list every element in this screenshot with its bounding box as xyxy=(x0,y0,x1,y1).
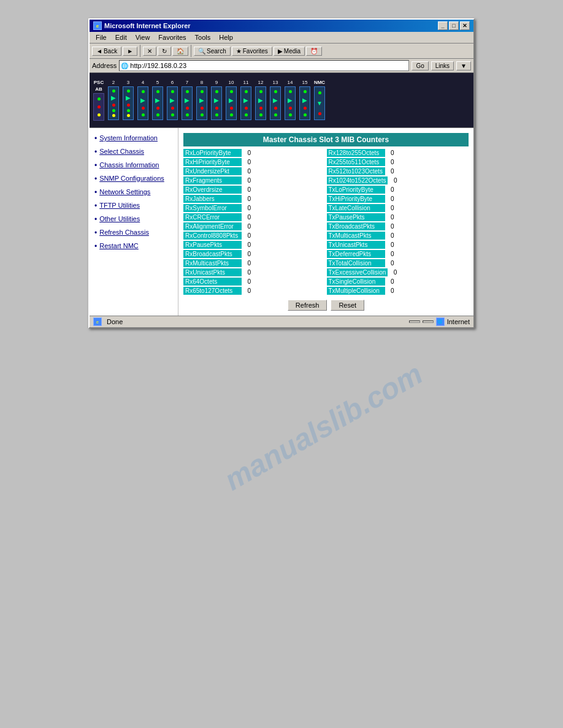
menu-tools[interactable]: Tools xyxy=(191,33,215,42)
reset-mib-button[interactable]: Reset xyxy=(331,300,364,311)
history-button[interactable]: ⏰ xyxy=(306,47,322,56)
slot-card-3[interactable]: ▶ xyxy=(123,86,134,120)
slot-card-5[interactable]: ▶ xyxy=(152,86,163,120)
nmc-label: NMC xyxy=(314,80,325,85)
counter-name: TxLoPriorityByte xyxy=(327,186,385,194)
slot-13[interactable]: 13 ▶ xyxy=(269,80,282,121)
slot-num-5: 5 xyxy=(156,80,159,85)
slot-card-11[interactable]: ▶ xyxy=(240,86,251,120)
go-button[interactable]: Go xyxy=(412,61,428,70)
slot-15[interactable]: 15 ▶ xyxy=(298,80,312,121)
nav-link-select-chassis[interactable]: Select Chassis xyxy=(99,148,144,155)
led-red-15 xyxy=(304,107,307,110)
search-button[interactable]: 🔍 Search xyxy=(194,47,231,56)
slot-9[interactable]: 9 ▶ xyxy=(210,80,223,121)
led-red-4 xyxy=(142,107,145,110)
address-label: Address xyxy=(92,62,117,69)
address-field[interactable]: 🌐 http://192.168.0.23 xyxy=(119,60,409,71)
slot-card-2[interactable]: ▶ xyxy=(108,86,119,120)
nav-tftp-utilities[interactable]: • TFTP Utilities xyxy=(94,202,173,210)
mib-counter-row: TxTotalCollision0 xyxy=(327,259,469,267)
counter-name: TxTotalCollision xyxy=(327,259,385,267)
mib-counter-row: Rx512to1023Octets0 xyxy=(327,167,469,175)
chassis-slots: PSC AB 2 ▶ xyxy=(92,80,471,121)
refresh-mib-button[interactable]: Refresh xyxy=(288,300,327,311)
led-red-5 xyxy=(156,107,159,110)
nav-chassis-information[interactable]: • Chassis Information xyxy=(94,161,173,170)
maximize-button[interactable]: □ xyxy=(449,21,459,30)
nav-link-snmp-configurations[interactable]: SNMP Configurations xyxy=(99,175,164,182)
led-green-10 xyxy=(230,90,233,93)
led-green-5 xyxy=(156,90,159,93)
slot-card-6[interactable]: ▶ xyxy=(167,86,178,120)
slot-card-15[interactable]: ▶ xyxy=(299,86,310,120)
slot-card-8[interactable]: ▶ xyxy=(196,86,207,120)
counter-value: 0 xyxy=(386,278,396,286)
slot-4[interactable]: 4 ▶ xyxy=(136,80,150,121)
favorites-button[interactable]: ★ Favorites xyxy=(232,47,272,56)
nav-link-network-settings[interactable]: Network Settings xyxy=(99,188,150,195)
slot-card-4[interactable]: ▶ xyxy=(137,86,148,120)
title-bar-controls[interactable]: _ □ ✕ xyxy=(438,21,470,30)
nav-system-information[interactable]: • System Information xyxy=(94,134,173,143)
slot-12[interactable]: 12 ▶ xyxy=(254,80,267,121)
slot-14[interactable]: 14 ▶ xyxy=(283,80,297,121)
nav-snmp-configurations[interactable]: • SNMP Configurations xyxy=(94,175,173,183)
nav-refresh-chassis[interactable]: • Refresh Chassis xyxy=(94,229,173,237)
media-button[interactable]: ▶ Media xyxy=(274,47,305,56)
options-button[interactable]: ▼ xyxy=(456,61,471,70)
menu-file[interactable]: File xyxy=(92,33,110,42)
nav-link-restart-nmc[interactable]: Restart NMC xyxy=(99,242,139,249)
slot-card-14[interactable]: ▶ xyxy=(285,86,296,120)
nav-link-tftp-utilities[interactable]: TFTP Utilities xyxy=(99,202,140,209)
refresh-button[interactable]: ↻ xyxy=(158,47,171,56)
menu-help[interactable]: Help xyxy=(215,33,237,42)
slot-card-13[interactable]: ▶ xyxy=(270,86,281,120)
nav-link-system-information[interactable]: System Information xyxy=(99,134,158,142)
counter-name: Rx64Octets xyxy=(183,278,242,286)
toolbar-separator-1 xyxy=(140,45,140,57)
close-button[interactable]: ✕ xyxy=(460,21,470,30)
nav-select-chassis[interactable]: • Select Chassis xyxy=(94,148,173,156)
slot-num-10: 10 xyxy=(229,80,234,85)
nav-link-chassis-information[interactable]: Chassis Information xyxy=(99,161,159,169)
mib-counter-row: Rx64Octets0 xyxy=(183,278,326,286)
links-button[interactable]: Links xyxy=(431,61,454,70)
slot-num-6: 6 xyxy=(171,80,174,85)
nmc-card[interactable]: ▼ xyxy=(314,86,325,120)
menu-favorites[interactable]: Favorites xyxy=(155,33,190,42)
slot-8[interactable]: 8 ▶ xyxy=(195,80,209,121)
slot-5[interactable]: 5 ▶ xyxy=(151,80,164,121)
led-green-9b xyxy=(215,113,218,116)
slot-num-14: 14 xyxy=(288,80,293,85)
address-icon: 🌐 xyxy=(121,63,128,69)
card-arrow-7: ▶ xyxy=(185,97,190,104)
nav-link-other-utilities[interactable]: Other Utilities xyxy=(99,215,140,222)
slot-card-10[interactable]: ▶ xyxy=(226,86,237,120)
nav-network-settings[interactable]: • Network Settings xyxy=(94,188,173,197)
mib-right-column: Rx128to255Octets0Rx255to511Octets0Rx512t… xyxy=(327,149,469,296)
stop-button[interactable]: ✕ xyxy=(143,47,156,56)
nav-link-refresh-chassis[interactable]: Refresh Chassis xyxy=(99,229,149,236)
menu-edit[interactable]: Edit xyxy=(112,33,131,42)
counter-value: 0 xyxy=(386,250,396,258)
slot-3[interactable]: 3 ▶ xyxy=(121,80,135,121)
forward-button[interactable]: ► xyxy=(123,47,137,56)
slot-7[interactable]: 7 ▶ xyxy=(180,80,194,121)
home-button[interactable]: 🏠 xyxy=(172,47,188,56)
slot-card-7[interactable]: ▶ xyxy=(182,86,193,120)
nav-restart-nmc[interactable]: • Restart NMC xyxy=(94,242,173,251)
slot-2[interactable]: 2 ▶ xyxy=(107,80,120,121)
slot-6[interactable]: 6 ▶ xyxy=(166,80,179,121)
psc-card[interactable] xyxy=(93,93,104,121)
slot-10[interactable]: 10 ▶ xyxy=(224,80,238,121)
back-button[interactable]: ◄ Back xyxy=(92,47,121,56)
mib-counter-row: TxMultipleCollision0 xyxy=(327,287,469,295)
slot-card-12[interactable]: ▶ xyxy=(255,86,266,120)
slot-card-9[interactable]: ▶ xyxy=(211,86,222,120)
nav-other-utilities[interactable]: • Other Utilities xyxy=(94,215,173,224)
minimize-button[interactable]: _ xyxy=(438,21,448,30)
led-green-11 xyxy=(245,90,248,93)
menu-view[interactable]: View xyxy=(132,33,154,42)
slot-11[interactable]: 11 ▶ xyxy=(239,80,253,121)
